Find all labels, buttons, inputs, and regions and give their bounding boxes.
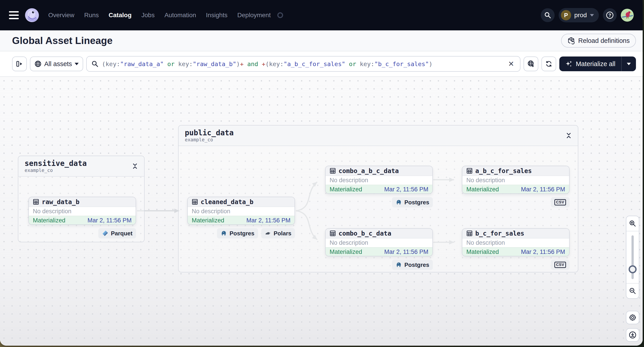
hamburger-menu-icon[interactable] (9, 11, 19, 19)
polars-icon (265, 230, 272, 237)
table-icon (466, 230, 472, 237)
asset-name: cleaned_data_b (201, 198, 254, 206)
nav-right: P prod ? (541, 8, 634, 22)
materialization-timestamp: Mar 2, 11:56 PM (521, 186, 565, 193)
asset-tags: csv (462, 197, 570, 207)
asset-scope-selector[interactable]: All assets (30, 56, 83, 71)
nav-item-runs[interactable]: Runs (84, 11, 99, 19)
table-icon (33, 199, 39, 205)
asset-name: raw_data_b (42, 198, 80, 206)
asset-tags: csv (462, 260, 570, 270)
tag-csv[interactable]: csv (551, 197, 570, 207)
tag-postgres[interactable]: Postgres (217, 228, 258, 239)
table-icon (330, 230, 336, 237)
status-badge: Materialized (466, 249, 499, 256)
dagster-logo-icon[interactable] (24, 8, 39, 22)
new-catalog-view-button[interactable] (524, 56, 538, 71)
materialization-timestamp: Mar 2, 11:56 PM (521, 249, 565, 256)
table-icon (192, 199, 198, 205)
refresh-button[interactable] (542, 56, 556, 71)
group-repo: example_co (185, 137, 234, 142)
zoom-slider[interactable] (626, 231, 639, 283)
asset-description: No description (462, 176, 569, 185)
asset-description: No description (326, 238, 432, 247)
search-icon (92, 60, 98, 67)
download-graph-button[interactable] (626, 328, 639, 342)
csv-icon: csv (554, 199, 566, 205)
asset-scope-label: All assets (44, 60, 72, 68)
asset-description: No description (29, 207, 136, 216)
nav-links: Overview Runs Catalog Jobs Automation In… (48, 11, 283, 19)
download-icon (628, 331, 637, 339)
asset-name: combo_b_c_data (338, 230, 391, 237)
asset-tags: Postgres Polars (187, 228, 295, 239)
asset-query-text: (key:"raw_data_a" or key:"raw_data_b")+ … (102, 60, 503, 67)
nav-item-jobs[interactable]: Jobs (142, 11, 155, 19)
asset-node-b-c-for-sales[interactable]: b_c_for_sales No description Materialize… (462, 228, 570, 256)
materialize-all-split-button: Materialize all (559, 56, 636, 71)
zoom-in-button[interactable] (626, 216, 639, 231)
tag-postgres[interactable]: Postgres (392, 197, 433, 207)
tag-parquet[interactable]: Parquet (98, 228, 136, 239)
reload-cube-icon (567, 37, 575, 44)
reload-definitions-button[interactable]: Reload definitions (561, 34, 636, 47)
status-badge: Materialized (466, 186, 499, 193)
page-header: Global Asset Lineage Reload definitions (0, 30, 643, 51)
group-name: sensitive_data (24, 159, 87, 168)
status-badge: Materialized (330, 186, 362, 193)
nav-item-automation[interactable]: Automation (164, 11, 196, 19)
asset-node-combo-a-b-c-data[interactable]: combo_a_b_c_data No description Material… (325, 166, 433, 194)
asset-node-a-b-c-for-sales[interactable]: a_b_c_for_sales No description Materiali… (462, 166, 570, 194)
parquet-icon (102, 230, 108, 237)
svg-text:?: ? (608, 13, 611, 18)
environment-switcher[interactable]: P prod (559, 8, 599, 22)
nav-item-overview[interactable]: Overview (48, 11, 74, 19)
search-button[interactable] (541, 8, 554, 22)
user-avatar[interactable] (621, 9, 634, 22)
materialize-all-label: Materialize all (576, 60, 616, 68)
gear-icon (629, 314, 636, 321)
asset-node-raw-data-b[interactable]: raw_data_b No description Materialized M… (28, 197, 136, 225)
open-sidebar-button[interactable] (12, 56, 27, 71)
postgres-icon (396, 199, 402, 206)
materialization-timestamp: Mar 2, 11:56 PM (246, 217, 290, 224)
asset-description: No description (462, 238, 569, 247)
graph-settings-button[interactable] (626, 311, 639, 324)
collapse-group-icon[interactable] (566, 132, 572, 139)
zoom-out-button[interactable] (626, 284, 639, 298)
collapse-group-icon[interactable] (132, 163, 138, 169)
tag-polars[interactable]: Polars (261, 228, 295, 239)
tag-csv[interactable]: csv (551, 260, 570, 270)
environment-name: prod (574, 11, 587, 19)
nav-item-deployment[interactable]: Deployment (237, 11, 270, 19)
reload-definitions-label: Reload definitions (578, 37, 630, 44)
group-name: public_data (185, 129, 234, 137)
nav-item-catalog[interactable]: Catalog (108, 11, 132, 19)
asset-query-input[interactable]: (key:"raw_data_a" or key:"raw_data_b")+ … (86, 56, 520, 72)
loading-spinner-icon (277, 12, 283, 18)
chevron-down-icon (75, 63, 79, 65)
asset-node-combo-b-c-data[interactable]: combo_b_c_data No description Materializ… (325, 228, 433, 256)
materialization-timestamp: Mar 2, 11:56 PM (87, 217, 132, 224)
csv-icon: csv (554, 262, 566, 268)
asset-name: b_c_for_sales (475, 230, 524, 237)
postgres-icon (220, 230, 227, 237)
group-header: sensitive_data example_co (18, 156, 144, 177)
materialize-options-button[interactable] (621, 56, 636, 71)
materialize-all-button[interactable]: Materialize all (559, 56, 621, 71)
asset-name: a_b_c_for_sales (475, 167, 532, 175)
clear-query-button[interactable]: ✕ (507, 60, 516, 68)
status-badge: Materialized (192, 217, 224, 224)
chevron-down-icon (627, 63, 631, 65)
asset-description: No description (188, 207, 294, 216)
tag-postgres[interactable]: Postgres (392, 260, 433, 270)
asset-tags: Postgres (325, 260, 433, 270)
materialization-timestamp: Mar 2, 11:56 PM (384, 249, 428, 256)
top-nav: Overview Runs Catalog Jobs Automation In… (0, 0, 643, 30)
lineage-canvas[interactable]: sensitive_data example_co public_data ex… (0, 77, 643, 346)
help-button[interactable]: ? (603, 8, 617, 22)
asset-node-cleaned-data-b[interactable]: cleaned_data_b No description Materializ… (187, 197, 295, 225)
nav-item-insights[interactable]: Insights (206, 11, 228, 19)
status-badge: Materialized (33, 217, 66, 224)
zoom-slider-knob[interactable] (628, 265, 637, 273)
